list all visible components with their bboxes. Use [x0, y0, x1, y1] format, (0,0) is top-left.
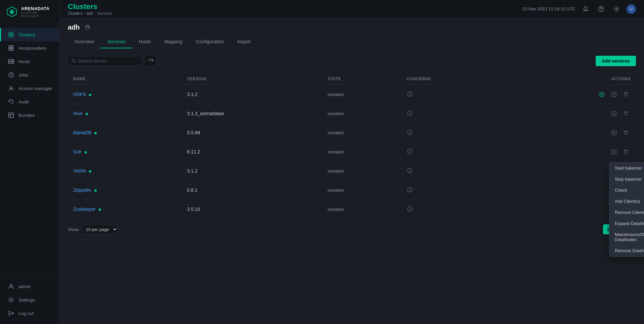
- search-input[interactable]: [79, 58, 138, 63]
- sidebar-nav: Clusters Hostproviders Hosts Jobs Access…: [0, 24, 59, 275]
- delete-button[interactable]: [621, 128, 631, 137]
- svg-point-54: [409, 169, 410, 170]
- add-component-icon: [611, 130, 616, 135]
- sidebar-item-audit[interactable]: Audit: [0, 95, 59, 108]
- sidebar-item-logout[interactable]: Log out: [0, 307, 59, 320]
- sidebar-item-bundles[interactable]: Bundles: [0, 108, 59, 122]
- breadcrumb-clusters[interactable]: Clusters: [68, 11, 83, 16]
- bundles-icon: [8, 112, 14, 119]
- add-component-button[interactable]: [609, 90, 618, 99]
- service-version: 3.5.10: [182, 200, 322, 219]
- per-page-select: Show 10 per page 25 per page 50 per page: [68, 225, 118, 234]
- service-name-link[interactable]: YARN: [73, 168, 86, 174]
- dropdown-menu-item[interactable]: Add Client(s): [609, 196, 644, 207]
- tab-overview[interactable]: Overview: [68, 36, 101, 48]
- service-name-link[interactable]: Hive: [73, 111, 83, 116]
- user-avatar-button[interactable]: U: [627, 4, 636, 14]
- table-row: Zeppelin 0.8.1 installed: [68, 181, 636, 200]
- dropdown-menu-item[interactable]: Remove Client(s): [609, 207, 644, 218]
- service-name-link[interactable]: Zookeeper: [73, 206, 96, 212]
- hostproviders-icon: [8, 45, 14, 51]
- add-component-button[interactable]: [609, 147, 618, 156]
- svg-line-26: [75, 61, 76, 62]
- breadcrumb: Clusters / adh / Services: [68, 11, 112, 16]
- dropdown-menu-item[interactable]: Check: [609, 185, 644, 196]
- run-icon: [599, 92, 604, 97]
- delete-button[interactable]: [621, 90, 631, 99]
- cluster-action-button[interactable]: [83, 23, 92, 32]
- table-container: Name Version State Concerns Actions HDFS…: [68, 73, 636, 219]
- sidebar: ARENADATA CLUSTER MANAGER Clusters Hostp…: [0, 0, 60, 324]
- delete-button[interactable]: [621, 147, 631, 156]
- logo-text: ARENADATA CLUSTER MANAGER: [21, 6, 53, 18]
- breadcrumb-adh[interactable]: adh: [86, 11, 93, 16]
- tab-hosts[interactable]: Hosts: [132, 36, 158, 48]
- service-state: installed: [322, 85, 401, 104]
- info-icon[interactable]: [407, 168, 413, 174]
- sidebar-item-settings[interactable]: Settings: [0, 293, 59, 307]
- run-button[interactable]: [597, 90, 606, 99]
- svg-rect-5: [9, 46, 11, 48]
- search-box: [68, 56, 142, 66]
- sidebar-item-access-manager[interactable]: Access manager: [0, 82, 59, 95]
- tab-import[interactable]: Import: [231, 36, 257, 48]
- dropdown-menu-item[interactable]: Maintenance/Decommiss DataNodes: [609, 229, 644, 245]
- status-dot: [89, 170, 91, 173]
- svg-point-11: [12, 60, 13, 61]
- service-name-link[interactable]: Solr: [73, 149, 82, 154]
- admin-icon: [8, 283, 14, 290]
- pagination-row: Show 10 per page 25 per page 50 per page…: [68, 219, 636, 240]
- notifications-button[interactable]: [580, 4, 591, 14]
- dropdown-menu-item[interactable]: Remove DataNodes: [609, 245, 644, 256]
- sidebar-item-jobs[interactable]: Jobs: [0, 68, 59, 82]
- clusters-label: Clusters: [18, 32, 35, 37]
- audit-label: Audit: [18, 99, 29, 104]
- service-name-link[interactable]: Zeppelin: [73, 187, 91, 193]
- sidebar-item-hosts[interactable]: Hosts: [0, 55, 59, 68]
- sidebar-item-clusters[interactable]: Clusters: [0, 28, 59, 41]
- delete-button[interactable]: [621, 109, 631, 118]
- sidebar-item-hostproviders[interactable]: Hostproviders: [0, 41, 59, 55]
- dropdown-menu-item[interactable]: Check disk balancer: [609, 256, 644, 257]
- dropdown-menu-item[interactable]: Stop balancer: [609, 174, 644, 185]
- info-icon[interactable]: [407, 187, 413, 193]
- add-component-button[interactable]: [609, 109, 618, 118]
- info-icon[interactable]: [407, 206, 413, 212]
- per-page-dropdown[interactable]: 10 per page 25 per page 50 per page: [82, 225, 118, 234]
- dropdown-scroll: Start balancerStop balancerCheckAdd Clie…: [609, 163, 644, 257]
- settings-label: Settings: [18, 297, 35, 303]
- info-icon[interactable]: [407, 148, 413, 154]
- help-button[interactable]: [596, 4, 606, 14]
- logout-icon: [8, 310, 14, 317]
- service-state: installed: [322, 123, 401, 142]
- settings-header-icon: [613, 6, 620, 12]
- service-name-link[interactable]: HDFS: [73, 92, 86, 97]
- info-icon[interactable]: [407, 110, 413, 116]
- info-icon[interactable]: [407, 129, 413, 135]
- table-row: HDFS 3.1.2 installed: [68, 85, 636, 104]
- hosts-label: Hosts: [18, 59, 30, 64]
- brand-name: ARENADATA: [21, 6, 53, 11]
- col-state: State: [322, 73, 401, 85]
- sidebar-item-admin[interactable]: admin: [0, 280, 59, 293]
- tab-services[interactable]: Services: [101, 36, 132, 48]
- access-manager-icon: [8, 85, 14, 92]
- bell-icon: [583, 6, 589, 12]
- add-component-icon: [611, 111, 616, 116]
- service-state: installed: [322, 161, 401, 181]
- add-component-button[interactable]: [609, 128, 618, 137]
- refresh-button[interactable]: [145, 55, 156, 66]
- dropdown-menu-item[interactable]: Start balancer: [609, 163, 644, 174]
- dropdown-menu-item[interactable]: Expand DataNode: [609, 218, 644, 229]
- service-name-link[interactable]: MariaDB: [73, 130, 91, 135]
- add-services-button[interactable]: Add services: [596, 56, 636, 66]
- service-state: installed: [322, 181, 401, 200]
- settings-header-button[interactable]: [611, 4, 622, 14]
- cluster-name: adh: [68, 24, 80, 31]
- brand-sub: CLUSTER MANAGER: [21, 11, 53, 18]
- audit-icon: [8, 98, 14, 105]
- tab-configuration[interactable]: Configuration: [189, 36, 231, 48]
- info-icon[interactable]: [407, 91, 413, 97]
- cluster-title-row: adh: [68, 23, 636, 32]
- tab-mapping[interactable]: Mapping: [158, 36, 189, 48]
